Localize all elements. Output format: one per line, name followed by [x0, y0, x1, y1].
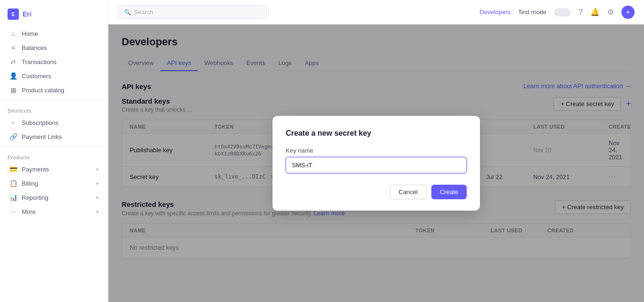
sidebar-item-customers[interactable]: 👤 Customers: [2, 69, 106, 83]
sidebar-item-label: Customers: [22, 73, 51, 80]
sidebar-item-reporting[interactable]: 📊 Reporting ▾: [2, 190, 106, 204]
modal-title: Create a new secret key: [286, 129, 467, 138]
sidebar-item-subscriptions[interactable]: ○ Subscriptions: [2, 115, 106, 130]
chevron-down-icon: ▾: [96, 181, 99, 186]
settings-icon[interactable]: ⚙: [607, 8, 614, 16]
topbar-right: Developers Test mode ? 🔔 ⚙ +: [479, 6, 635, 19]
billing-icon: 📋: [9, 180, 17, 187]
more-icon: ···: [9, 208, 17, 215]
help-icon[interactable]: ?: [578, 8, 583, 16]
sidebar-item-label: Payments: [22, 166, 49, 173]
search-icon: 🔍: [124, 9, 131, 16]
avatar[interactable]: +: [621, 6, 635, 19]
sidebar-logo[interactable]: E Eri: [0, 4, 108, 26]
create-secret-key-modal: Create a new secret key Key name Cancel …: [272, 116, 480, 211]
developers-link[interactable]: Developers: [479, 8, 511, 16]
shortcuts-label: Shortcuts: [0, 103, 108, 115]
sidebar-item-label: Transactions: [22, 58, 57, 65]
content-area: Developers Overview API keys Webhooks Ev…: [108, 24, 644, 302]
chevron-down-icon: ▾: [96, 209, 99, 214]
sidebar-item-payments[interactable]: 💳 Payments ▾: [2, 162, 106, 176]
products-label: Products: [0, 150, 108, 162]
topbar: 🔍 Search Developers Test mode ? 🔔 ⚙ +: [108, 0, 644, 24]
test-mode-label: Test mode: [518, 8, 546, 16]
key-name-input[interactable]: [286, 157, 467, 173]
sidebar-item-label: Product catalog: [22, 87, 64, 94]
notifications-icon[interactable]: 🔔: [590, 8, 600, 16]
sidebar-nav: ⌂ Home ≡ Balances ⇄ Transactions 👤 Custo…: [0, 26, 108, 97]
modal-overlay[interactable]: Create a new secret key Key name Cancel …: [108, 24, 644, 302]
payment-links-icon: 🔗: [9, 133, 17, 140]
home-icon: ⌂: [9, 30, 17, 37]
key-name-label: Key name: [286, 147, 467, 154]
reporting-icon: 📊: [9, 194, 17, 201]
sidebar-item-product-catalog[interactable]: ▦ Product catalog: [2, 83, 106, 97]
sidebar: E Eri ⌂ Home ≡ Balances ⇄ Transactions 👤…: [0, 0, 108, 302]
sidebar-logo-text: Eri: [23, 10, 32, 18]
sidebar-item-label: Balances: [22, 44, 47, 51]
sidebar-item-transactions[interactable]: ⇄ Transactions: [2, 55, 106, 69]
sidebar-item-label: Payment Links: [22, 133, 62, 140]
sidebar-item-payment-links[interactable]: 🔗 Payment Links: [2, 130, 106, 144]
search-placeholder: Search: [134, 8, 153, 16]
modal-actions: Cancel Create: [286, 185, 467, 199]
transactions-icon: ⇄: [9, 58, 17, 65]
sidebar-item-label: Home: [22, 30, 38, 37]
sidebar-item-more[interactable]: ··· More ▾: [2, 204, 106, 219]
search-bar[interactable]: 🔍 Search: [118, 5, 269, 19]
sidebar-item-label: Subscriptions: [22, 119, 58, 126]
customers-icon: 👤: [9, 72, 17, 80]
test-mode-toggle[interactable]: [554, 8, 571, 16]
payments-icon: 💳: [9, 165, 17, 173]
balances-icon: ≡: [9, 44, 17, 51]
chevron-down-icon: ▾: [96, 167, 99, 172]
subscriptions-icon: ○: [9, 119, 17, 126]
sidebar-item-billing[interactable]: 📋 Billing ▾: [2, 176, 106, 190]
cancel-button[interactable]: Cancel: [390, 185, 427, 199]
sidebar-item-label: More: [22, 208, 36, 215]
logo-icon: E: [8, 8, 19, 20]
chevron-down-icon: ▾: [96, 195, 99, 200]
create-button[interactable]: Create: [431, 185, 467, 199]
sidebar-item-label: Reporting: [22, 194, 48, 201]
sidebar-item-balances[interactable]: ≡ Balances: [2, 41, 106, 55]
main-area: 🔍 Search Developers Test mode ? 🔔 ⚙ + De…: [108, 0, 644, 302]
product-catalog-icon: ▦: [9, 86, 17, 94]
sidebar-item-label: Billing: [22, 180, 38, 187]
sidebar-item-home[interactable]: ⌂ Home: [2, 26, 106, 41]
